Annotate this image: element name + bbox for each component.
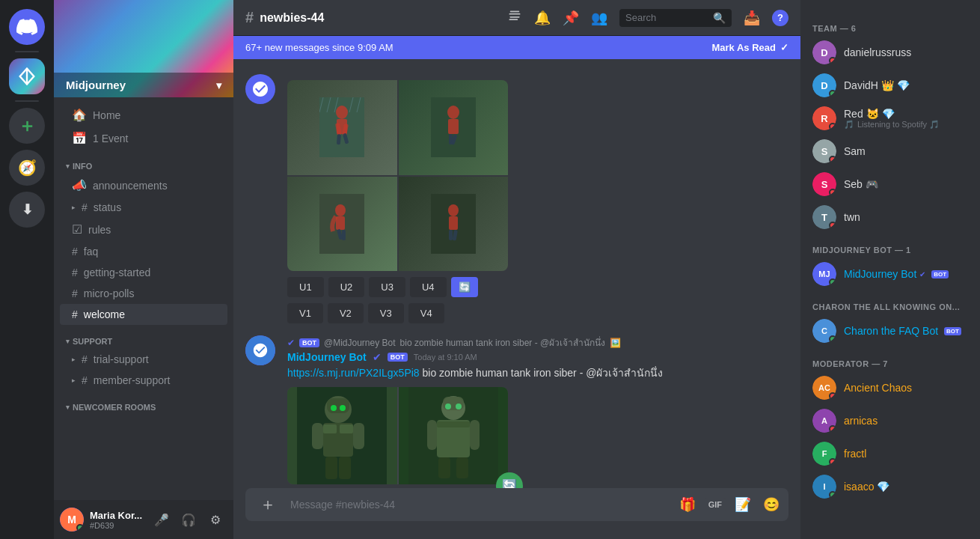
member-danielrussruss[interactable]: D danielrussruss <box>806 36 974 69</box>
svg-point-49 <box>456 404 462 409</box>
mark-as-read-button[interactable]: Mark As Read ✓ <box>712 42 789 53</box>
section-support[interactable]: ▾ SUPPORT <box>54 325 233 349</box>
svg-point-38 <box>340 405 346 411</box>
u3-button[interactable]: U3 <box>369 277 405 297</box>
hash-icon-welcome: # <box>72 308 78 320</box>
member-isaaco[interactable]: I isaaco 💎 <box>806 470 974 503</box>
member-red[interactable]: R Red 🐱 💎 🎵 Listening to Spotify 🎵 <box>806 102 974 135</box>
hash-icon-mp: # <box>72 287 78 299</box>
svg-rect-33 <box>312 423 323 449</box>
server-dropdown-icon[interactable]: ▾ <box>216 79 221 91</box>
section-arrow-info: ▾ <box>66 162 70 170</box>
channel-sidebar: Midjourney ▾ 🏠 Home 📅 1 Event ▾ INFO 📣 a… <box>54 0 233 539</box>
image-icon: 🖼️ <box>610 338 621 348</box>
help-icon[interactable]: ? <box>772 10 788 26</box>
channel-trial-support[interactable]: ▸ # trial-support <box>60 349 227 370</box>
member-ancient-chaos[interactable]: AC Ancient Chaos <box>806 371 974 404</box>
member-name-arnicas: arnicas <box>844 415 878 427</box>
svg-rect-44 <box>427 420 437 450</box>
member-avatar-davidh: D <box>812 73 836 97</box>
hash-icon-status: # <box>82 201 88 213</box>
channel-status[interactable]: ▸ # status <box>60 197 227 218</box>
section-arrow-support: ▾ <box>66 338 70 345</box>
server-bar: ＋ 🧭 ⬇ <box>0 0 54 539</box>
svg-point-48 <box>445 404 451 409</box>
u4-button[interactable]: U4 <box>410 277 447 297</box>
message-link[interactable]: https://s.mj.run/PX2ILgx5Pi8 <box>287 367 420 379</box>
member-seb[interactable]: S Seb 🎮 <box>806 168 974 201</box>
gift-button[interactable]: 🎁 <box>676 493 699 516</box>
bot-avatar-1 <box>245 74 275 104</box>
message-input[interactable] <box>290 490 670 520</box>
channel-member-support[interactable]: ▸ # member-support <box>60 370 227 391</box>
server-divider-2 <box>15 100 39 102</box>
sticker-button[interactable]: 📝 <box>732 493 754 516</box>
svg-rect-43 <box>437 421 470 427</box>
member-sam[interactable]: S Sam <box>806 135 974 168</box>
message-text-2: https://s.mj.run/PX2ILgx5Pi8 bio zombie … <box>287 366 788 381</box>
channel-getting-started[interactable]: # getting-started <box>60 262 227 283</box>
bot-badge-2: BOT <box>388 353 408 362</box>
member-mj-bot[interactable]: MJ MidJourney Bot ✔ BOT <box>806 258 974 290</box>
server-header[interactable]: Midjourney ▾ <box>54 0 233 97</box>
section-newcomer-rooms[interactable]: ▾ NEWCOMER ROOMS <box>54 391 233 415</box>
verified-badge-2: ✔ <box>373 351 382 363</box>
svg-rect-24 <box>449 216 458 230</box>
nav-home[interactable]: 🏠 Home <box>60 103 227 127</box>
mute-button[interactable]: 🎤 <box>150 508 174 532</box>
channel-rules[interactable]: ☑ rules <box>60 218 227 241</box>
svg-rect-34 <box>353 423 364 449</box>
member-charon-bot[interactable]: C Charon the FAQ Bot BOT <box>806 314 974 347</box>
channel-announcements[interactable]: 📣 announcements <box>60 174 227 197</box>
refresh-button[interactable]: 🔄 <box>451 277 478 297</box>
member-name-danielrussruss: danielrussruss <box>844 46 911 58</box>
member-name-charon: Charon the FAQ Bot <box>844 325 938 337</box>
channel-welcome[interactable]: # welcome <box>60 304 227 325</box>
members-icon[interactable]: 👥 <box>591 10 607 26</box>
pin-icon[interactable]: 📌 <box>563 10 579 26</box>
member-avatar-arnicas: A <box>812 409 836 433</box>
inbox-icon[interactable]: 📥 <box>744 10 760 26</box>
message-group-2: ✔ BOT @MidJourney Bot bio zombie human t… <box>245 332 788 487</box>
member-info-danielrussruss: danielrussruss <box>844 46 911 58</box>
nav-event[interactable]: 📅 1 Event <box>60 127 227 150</box>
v1-button[interactable]: V1 <box>287 303 323 323</box>
download-button[interactable]: ⬇ <box>9 192 45 228</box>
gif-button[interactable]: GIF <box>705 498 726 511</box>
v4-button[interactable]: V4 <box>408 303 444 323</box>
search-input[interactable] <box>625 12 708 23</box>
new-messages-bar[interactable]: 67+ new messages since 9:09 AM Mark As R… <box>233 36 800 59</box>
channel-micro-polls[interactable]: # micro-polls <box>60 283 227 304</box>
svg-rect-35 <box>325 457 337 479</box>
v3-button[interactable]: V3 <box>368 303 404 323</box>
add-attachment-button[interactable]: ＋ <box>251 488 284 521</box>
member-arnicas[interactable]: A arnicas <box>806 404 974 437</box>
channel-name: newbies-44 <box>260 11 324 25</box>
image-cell-4 <box>399 177 509 272</box>
u1-button[interactable]: U1 <box>287 277 324 297</box>
image-cell-1 <box>287 80 397 175</box>
u2-button[interactable]: U2 <box>328 277 365 297</box>
deafen-button[interactable]: 🎧 <box>177 508 200 532</box>
member-info-twn: twn <box>844 211 860 223</box>
add-server-button[interactable]: ＋ <box>9 108 45 144</box>
member-davidh[interactable]: D DavidH 👑 💎 <box>806 69 974 102</box>
midjourney-server-icon[interactable] <box>9 58 45 94</box>
explore-button[interactable]: 🧭 <box>9 150 45 186</box>
ninja-image-grid <box>287 80 508 271</box>
threads-icon[interactable] <box>507 9 522 27</box>
settings-button[interactable]: ⚙ <box>203 508 227 532</box>
mute-channel-icon[interactable]: 🔔 <box>534 10 551 26</box>
emoji-button[interactable]: 😊 <box>760 493 783 516</box>
channel-faq[interactable]: # faq <box>60 241 227 262</box>
collapse-arrow-trial: ▸ <box>72 356 76 363</box>
member-fractl[interactable]: F fractl <box>806 437 974 470</box>
discord-home-button[interactable] <box>9 9 45 45</box>
section-info[interactable]: ▾ INFO <box>54 150 233 174</box>
svg-rect-19 <box>336 216 345 230</box>
bot-name-2: MidJourney Bot <box>287 351 367 363</box>
v2-button[interactable]: V2 <box>328 303 364 323</box>
server-divider <box>15 51 39 52</box>
member-name-twn: twn <box>844 211 860 223</box>
member-twn[interactable]: T twn <box>806 201 974 234</box>
